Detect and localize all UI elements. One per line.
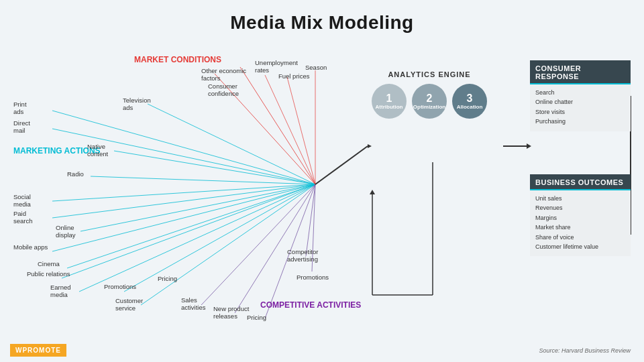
- svg-line-16: [265, 75, 315, 184]
- svg-line-3: [114, 151, 315, 184]
- consumer-response-header: CONSUMER RESPONSE: [530, 60, 631, 84]
- circle-3-label: Allocation: [457, 104, 483, 110]
- circle-3-num: 3: [467, 93, 473, 104]
- label-print-ads: Printads: [13, 101, 27, 116]
- wpromote-logo: WPROMOTE: [10, 344, 66, 357]
- label-paid-search: Paidsearch: [13, 210, 33, 225]
- svg-line-12: [124, 184, 315, 292]
- svg-line-7: [80, 184, 315, 231]
- circle-allocation: 3 Allocation: [452, 84, 487, 119]
- outcome-share-voice: Share of voice: [535, 233, 625, 242]
- svg-line-9: [67, 184, 315, 268]
- label-pricing-ma: Pricing: [158, 275, 177, 282]
- svg-line-8: [52, 184, 315, 251]
- consumer-response-items: Search Online chatter Store visits Purch…: [530, 84, 631, 131]
- label-competitor-advertising: Competitoradvertising: [287, 248, 318, 263]
- circle-attribution: 1 Attribution: [372, 84, 407, 119]
- label-customer-service: Customerservice: [115, 297, 143, 312]
- svg-line-15: [240, 67, 315, 184]
- svg-line-10: [62, 184, 315, 278]
- slide: Media Mix Modeling: [0, 0, 644, 362]
- svg-line-13: [141, 184, 315, 305]
- svg-marker-35: [370, 190, 375, 194]
- label-television-ads: Televisionads: [123, 97, 151, 112]
- label-new-product: New productreleases: [213, 305, 249, 320]
- circle-1-label: Attribution: [376, 104, 403, 110]
- label-pricing-ca: Pricing: [247, 314, 266, 321]
- label-promotions-ma: Promotions: [104, 283, 136, 290]
- outcome-margins: Margins: [535, 213, 625, 223]
- circle-optimization: 2 Optimization: [412, 84, 447, 119]
- outcome-market-share: Market share: [535, 223, 625, 232]
- label-season: Season: [305, 64, 327, 71]
- business-outcomes-box: BUSINESS OUTCOMES Unit sales Revenues Ma…: [530, 174, 631, 256]
- circle-1-num: 1: [386, 93, 392, 104]
- svg-marker-25: [368, 144, 372, 148]
- label-online-display: Onlinedisplay: [56, 224, 76, 239]
- analytics-title: ANALYTICS ENGINE: [362, 70, 496, 78]
- label-mobile-apps: Mobile apps: [13, 243, 48, 251]
- label-native-content: Nativecontent: [87, 143, 108, 158]
- svg-marker-27: [527, 143, 531, 149]
- svg-line-5: [52, 184, 315, 201]
- response-item-store: Store visits: [535, 107, 625, 117]
- svg-line-6: [52, 184, 315, 218]
- svg-line-2: [148, 104, 315, 184]
- analytics-engine: ANALYTICS ENGINE 1 Attribution 2 Optimiz…: [362, 70, 496, 119]
- label-other-economic: Other economicfactors: [201, 67, 246, 82]
- circle-2-num: 2: [427, 93, 433, 104]
- svg-line-4: [91, 176, 315, 184]
- label-cinema: Cinema: [38, 260, 60, 267]
- label-fuel-prices: Fuel prices: [278, 72, 309, 80]
- response-item-search: Search: [535, 88, 625, 97]
- outcome-unit-sales: Unit sales: [535, 194, 625, 203]
- circle-2-label: Optimization: [413, 104, 445, 110]
- consumer-response-box: CONSUMER RESPONSE Search Online chatter …: [530, 60, 631, 131]
- label-sales-activities: Salesactivities: [181, 296, 205, 312]
- outcomes-header: BUSINESS OUTCOMES: [530, 174, 631, 190]
- response-item-chatter: Online chatter: [535, 97, 625, 107]
- svg-line-19: [306, 184, 315, 256]
- label-promotions-ca: Promotions: [297, 274, 329, 281]
- market-conditions-label: MARKET CONDITIONS: [134, 55, 221, 64]
- svg-line-21: [201, 184, 315, 305]
- source-text: Source: Harvard Business Review: [539, 347, 631, 354]
- competitive-activities-label: COMPETITIVE ACTIVITIES: [260, 300, 361, 310]
- svg-line-11: [79, 184, 315, 292]
- circles-row: 1 Attribution 2 Optimization 3 Allocatio…: [362, 84, 496, 119]
- label-radio: Radio: [67, 170, 84, 178]
- page-title: Media Mix Modeling: [0, 0, 644, 34]
- label-direct-mail: Directmail: [13, 119, 30, 135]
- svg-line-24: [315, 146, 368, 184]
- outcome-revenues: Revenues: [535, 203, 625, 213]
- response-item-purchasing: Purchasing: [535, 117, 625, 126]
- outcome-customer-lifetime: Customer lifetime value: [535, 242, 625, 251]
- label-earned-media: Earnedmedia: [50, 284, 71, 299]
- svg-line-17: [287, 77, 315, 184]
- label-consumer-confidence: Consumerconfidence: [208, 82, 239, 98]
- label-public-relations: Public relations: [27, 270, 70, 278]
- outcomes-items: Unit sales Revenues Margins Market share…: [530, 190, 631, 256]
- label-social-media: Socialmedia: [13, 193, 31, 208]
